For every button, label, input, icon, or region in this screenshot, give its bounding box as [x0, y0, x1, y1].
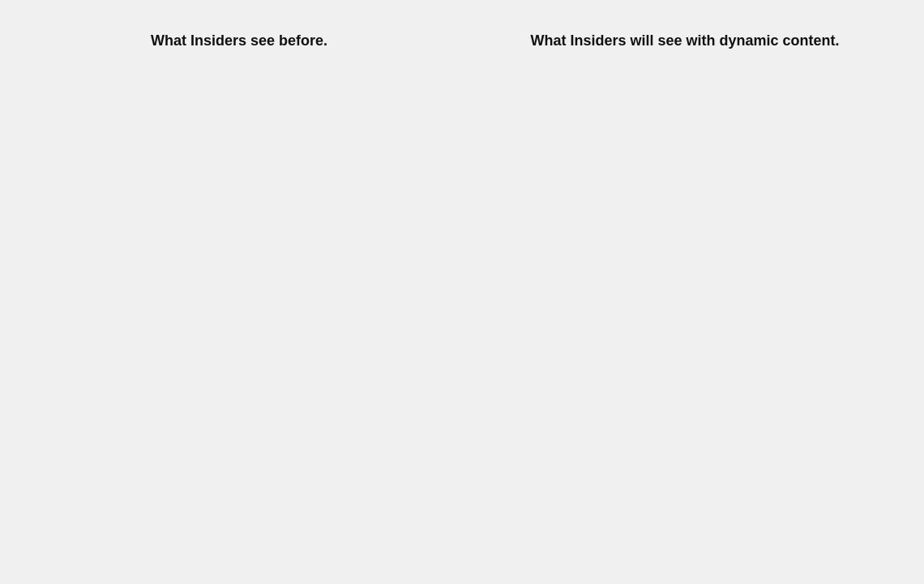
captions-row: What Insiders see before. What Insiders … — [0, 24, 924, 58]
right-caption: What Insiders will see with dynamic cont… — [470, 31, 900, 51]
left-caption: What Insiders see before. — [24, 31, 454, 51]
